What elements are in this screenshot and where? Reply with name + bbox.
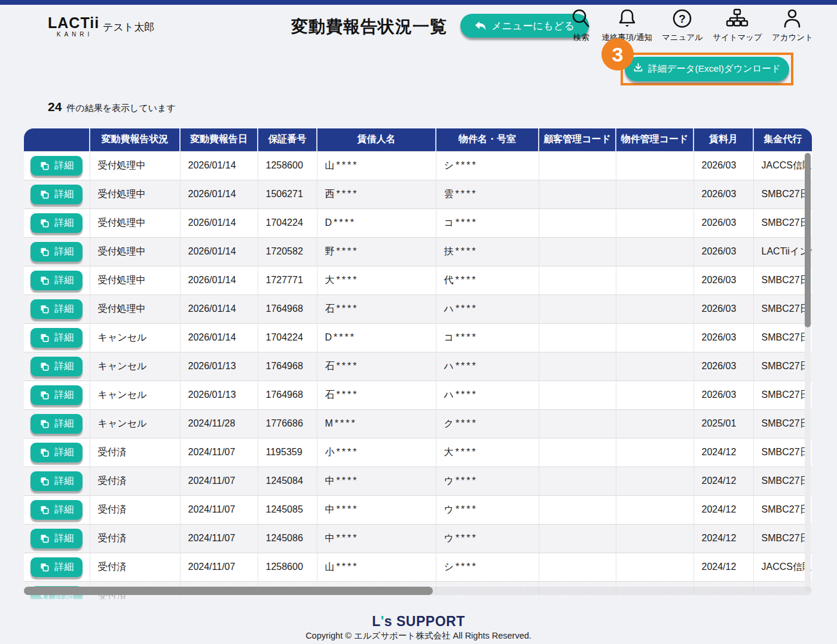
cell-agency: SMBC27日 (753, 266, 812, 295)
detail-button[interactable]: 詳細 (30, 414, 83, 434)
column-header (24, 128, 90, 151)
detail-button[interactable]: 詳細 (30, 156, 83, 176)
reply-arrow-icon (475, 21, 486, 30)
cell-cust_code (539, 352, 616, 381)
results-summary: 24 件の結果を表示しています (48, 100, 176, 114)
column-header: 物件名・号室 (436, 128, 539, 151)
table-row: 詳細キャンセル2026/01/131764968石****ハ****2026/0… (24, 381, 812, 409)
cell-tenant: 小**** (317, 438, 436, 467)
cell-status: 受付済 (90, 524, 180, 553)
cell-date: 2024/11/07 (180, 495, 258, 524)
cell-prop_code (616, 180, 694, 208)
cell-date: 2026/01/14 (180, 266, 258, 295)
cell-property: コ**** (436, 208, 539, 237)
cell-prop_code (616, 237, 694, 266)
cell-month: 2024/12 (694, 467, 753, 495)
cell-no: 1720582 (258, 237, 317, 266)
vertical-scrollbar[interactable] (805, 153, 811, 592)
cell-status: 受付処理中 (90, 295, 180, 323)
cell-property: 代**** (436, 266, 539, 295)
help-icon: ? (671, 7, 693, 30)
detail-button[interactable]: 詳細 (30, 385, 83, 405)
detail-button[interactable]: 詳細 (30, 471, 83, 491)
horizontal-scrollbar[interactable] (24, 587, 812, 595)
nav-item-sitemap[interactable]: サイトマップ (713, 7, 762, 43)
cell-tenant: 中**** (317, 495, 436, 524)
cell-cust_code (539, 524, 616, 553)
detail-button[interactable]: 詳細 (30, 271, 83, 290)
nav-item-notifications[interactable]: 連絡事項/通知 (601, 7, 652, 43)
nav-item-search[interactable]: 検索 (570, 7, 592, 43)
table-row: 詳細受付済2024/11/071258600山****シ****2024/12J… (24, 553, 812, 581)
footer: L's SUPPORT Copyright © エルズサポート株式会社 All … (0, 614, 837, 642)
nav-label: アカウント (772, 32, 813, 43)
back-to-menu-label: メニューにもどる (491, 19, 575, 33)
cell-agency: SMBC27日 (753, 438, 812, 467)
cell-month: 2024/12 (694, 438, 753, 467)
column-header: 保証番号 (258, 128, 317, 151)
vertical-scrollbar-thumb[interactable] (805, 153, 811, 327)
footer-logo: L's SUPPORT (0, 614, 837, 630)
cell-no: 1195359 (258, 438, 317, 467)
cell-property: 大**** (436, 438, 539, 467)
cell-agency: SMBC27日 (753, 208, 812, 237)
page-title: 変動費報告状況一覧 (291, 16, 447, 38)
detail-button[interactable]: 詳細 (30, 185, 83, 204)
column-header: 賃料月 (694, 128, 753, 151)
results-count: 24 (48, 100, 62, 114)
cell-property: 雲**** (436, 180, 539, 208)
back-to-menu-button[interactable]: メニューにもどる (460, 14, 589, 38)
cell-status: 受付処理中 (90, 266, 180, 295)
cell-month: 2026/03 (694, 266, 753, 295)
detail-button[interactable]: 詳細 (30, 328, 83, 348)
user-name: テスト太郎 (103, 20, 154, 34)
horizontal-scrollbar-thumb[interactable] (24, 587, 433, 595)
cell-no: 1245084 (258, 467, 317, 495)
cell-no: 1764968 (258, 381, 317, 409)
table-row: 詳細受付済2024/11/071245085中****ウ****2024/12S… (24, 495, 812, 524)
detail-button[interactable]: 詳細 (30, 213, 83, 233)
detail-button[interactable]: 詳細 (30, 242, 83, 262)
nav-item-account[interactable]: アカウント (772, 7, 813, 43)
cell-month: 2026/03 (694, 381, 753, 409)
cell-tenant: D**** (317, 323, 436, 352)
annotation-highlight-box: 3 詳細データ(Excel)ダウンロード (621, 53, 793, 85)
column-header: 物件管理コード (616, 128, 694, 151)
detail-button[interactable]: 詳細 (30, 557, 83, 577)
cell-agency: SMBC27日 (753, 295, 812, 323)
cell-cust_code (539, 237, 616, 266)
cell-status: 受付済 (90, 467, 180, 495)
detail-button[interactable]: 詳細 (30, 529, 83, 548)
cell-no: 1245085 (258, 495, 317, 524)
cell-month: 2026/03 (694, 352, 753, 381)
cell-property: コ**** (436, 323, 539, 352)
cell-cust_code (539, 438, 616, 467)
detail-button[interactable]: 詳細 (30, 357, 83, 376)
cell-cust_code (539, 180, 616, 208)
cell-prop_code (616, 323, 694, 352)
cell-agency: SMBC27日 (753, 381, 812, 409)
cell-property: ウ**** (436, 467, 539, 495)
detail-button[interactable]: 詳細 (30, 443, 83, 462)
excel-download-button[interactable]: 詳細データ(Excel)ダウンロード (625, 57, 789, 81)
column-header: 顧客管理コード (539, 128, 616, 151)
cell-no: 1258600 (258, 151, 317, 180)
cell-no: 1764968 (258, 352, 317, 381)
cell-date: 2024/11/28 (180, 409, 258, 438)
cell-agency: SMBC27日 (753, 180, 812, 208)
table-row: 詳細受付済2024/11/071195359小****大****2024/12S… (24, 438, 812, 467)
cell-prop_code (616, 495, 694, 524)
detail-button[interactable]: 詳細 (30, 299, 83, 319)
cell-month: 2026/03 (694, 295, 753, 323)
nav-item-manual[interactable]: ? マニュアル (662, 7, 703, 43)
app-logo[interactable]: LACTii KANRI (48, 16, 99, 38)
nav-label: 検索 (573, 32, 589, 43)
detail-button[interactable]: 詳細 (30, 500, 83, 520)
nav-label: サイトマップ (713, 32, 762, 43)
cell-date: 2026/01/14 (180, 151, 258, 180)
nav-label: マニュアル (662, 32, 703, 43)
cell-property: 扶**** (436, 237, 539, 266)
account-icon (782, 7, 802, 30)
table-row: 詳細キャンセル2024/11/281776686M****ク****2025/0… (24, 409, 812, 438)
cell-prop_code (616, 553, 694, 581)
